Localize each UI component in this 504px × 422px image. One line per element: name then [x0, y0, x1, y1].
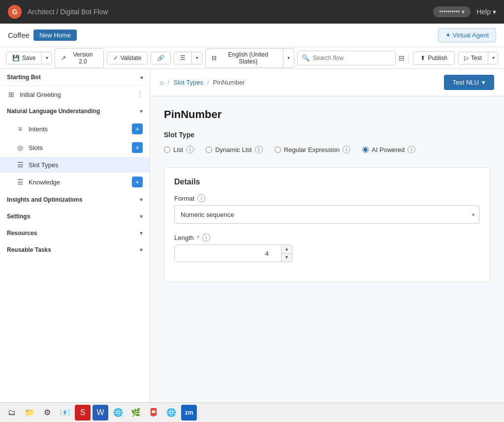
page-title: PinNumber — [164, 108, 490, 121]
reusable-tasks-section-header[interactable]: Reusable Tasks ▾ — [0, 241, 150, 258]
taskbar-icon-7[interactable]: 🌿 — [128, 405, 144, 421]
length-label: Length * i — [174, 234, 480, 241]
toolbar: 💾 Save ▾ ↗ Version 2.0 ✓ Validate 🔗 ☰ ▾ … — [0, 47, 504, 69]
breadcrumb-current: PinNumber — [213, 79, 245, 86]
radio-ai-powered-input[interactable] — [362, 147, 369, 153]
add-intents-button[interactable]: + — [132, 123, 143, 134]
ai-powered-info-icon[interactable]: i — [408, 146, 415, 153]
help-button[interactable]: Help ▾ — [476, 8, 496, 16]
radio-list-label: List — [173, 146, 183, 153]
taskbar-icon-10[interactable]: zm — [181, 405, 197, 421]
taskbar-icon-3[interactable]: 📧 — [57, 405, 73, 421]
radio-regex-input[interactable] — [275, 147, 281, 153]
taskbar-icon-2[interactable]: ⚙ — [39, 405, 55, 421]
save-arrow[interactable]: ▾ — [41, 52, 52, 64]
version-button[interactable]: ↗ Version 2.0 — [55, 48, 103, 68]
starting-bot-section: Starting Bot ◂ — [0, 69, 150, 86]
slots-label: Slots — [29, 144, 128, 151]
filter-button[interactable]: ⊟ — [399, 54, 405, 62]
settings-section-header[interactable]: Settings ▾ — [0, 208, 150, 225]
taskbar-icon-6[interactable]: 🌐 — [110, 405, 126, 421]
radio-list[interactable]: List i — [164, 146, 194, 153]
content-area: ⌂ / Slot Types / PinNumber Test NLU ▾ Pi… — [150, 69, 504, 402]
length-input[interactable] — [175, 245, 281, 262]
initial-greeting-item[interactable]: ⊞ Initial Greeting ⋮ — [0, 86, 150, 103]
radio-regex[interactable]: Regular Expression i — [275, 146, 350, 153]
reusable-tasks-title: Reusable Tasks — [7, 246, 140, 253]
test-nlu-arrow: ▾ — [482, 79, 485, 86]
user-badge[interactable]: •••••••••• ▾ — [433, 6, 471, 17]
app-logo: G — [8, 5, 22, 19]
increment-button[interactable]: ▲ — [282, 245, 292, 253]
publish-button[interactable]: ⬆ Publish — [413, 51, 454, 65]
nav-right: •••••••••• ▾ Help ▾ — [433, 6, 496, 17]
decrement-button[interactable]: ▼ — [282, 254, 292, 262]
slot-type-label: Slot Type — [164, 131, 490, 139]
knowledge-icon: ☰ — [16, 178, 25, 186]
insights-title: Insights and Optimizations — [7, 196, 140, 203]
test-arrow[interactable]: ▾ — [488, 52, 498, 64]
list-split-button[interactable]: ☰ ▾ — [174, 52, 202, 64]
taskbar-icon-1[interactable]: 📁 — [22, 405, 37, 421]
taskbar-icon-8[interactable]: 📮 — [146, 405, 161, 421]
nav-breadcrumb: Architect / Digital Bot Flow — [28, 8, 108, 16]
regex-info-icon[interactable]: i — [343, 146, 350, 153]
home-icon[interactable]: ⌂ — [160, 79, 164, 86]
validate-button[interactable]: ✓ Validate — [107, 52, 148, 64]
language-arrow[interactable]: ▾ — [283, 49, 294, 67]
nlu-title: Natural Language Understanding — [7, 108, 140, 115]
play-icon: ▷ — [464, 55, 469, 61]
greeting-icon: ⊞ — [7, 90, 16, 98]
sidebar-item-knowledge[interactable]: ☰ Knowledge + — [0, 173, 150, 191]
check-icon: ✓ — [113, 55, 118, 61]
search-box[interactable]: 🔍 — [297, 51, 396, 65]
breadcrumb: ⌂ / Slot Types / PinNumber — [160, 79, 245, 86]
top-nav: G Architect / Digital Bot Flow •••••••••… — [0, 0, 504, 24]
add-slots-button[interactable]: + — [132, 142, 143, 153]
taskbar-icon-0[interactable]: 🗂 — [4, 405, 20, 421]
virtual-agent-button[interactable]: ✦ Virtual Agent — [438, 28, 496, 42]
settings-title: Settings — [7, 213, 140, 220]
new-home-button[interactable]: New Home — [33, 30, 77, 41]
taskbar-icon-9[interactable]: 🌐 — [163, 405, 179, 421]
radio-dynamic-list[interactable]: Dynamic List i — [206, 146, 262, 153]
save-icon: 💾 — [12, 55, 20, 61]
taskbar-icon-5[interactable]: W — [93, 405, 108, 421]
radio-ai-powered[interactable]: AI Powered i — [362, 146, 415, 153]
main-layout: Starting Bot ◂ ⊞ Initial Greeting ⋮ Natu… — [0, 69, 504, 402]
list-button[interactable]: ☰ — [174, 52, 191, 64]
nlu-section-header[interactable]: Natural Language Understanding ▾ — [0, 103, 150, 120]
toolbar-divider — [409, 52, 409, 64]
test-button[interactable]: ▷ Test — [458, 52, 488, 64]
test-nlu-button[interactable]: Test NLU ▾ — [444, 75, 494, 90]
sidebar-item-slots[interactable]: ◎ Slots + — [0, 138, 150, 157]
save-button[interactable]: 💾 Save — [6, 52, 41, 64]
add-knowledge-button[interactable]: + — [132, 177, 143, 187]
link-icon: 🔗 — [157, 55, 164, 61]
format-select[interactable]: Numeric sequence Alphanumeric Custom — [174, 205, 479, 224]
link-button[interactable]: 🔗 — [151, 52, 171, 64]
radio-list-input[interactable] — [164, 147, 170, 153]
format-label: Format i — [174, 194, 480, 202]
slot-type-radio-group: List i Dynamic List i Regular Expression… — [164, 146, 490, 153]
length-info-icon[interactable]: i — [202, 234, 210, 241]
dynamic-list-info-icon[interactable]: i — [255, 146, 263, 153]
slot-type-section: Slot Type List i Dynamic List i Re — [164, 131, 490, 153]
breadcrumb-slot-types[interactable]: Slot Types — [173, 79, 203, 86]
list-info-icon[interactable]: i — [186, 146, 194, 153]
search-input[interactable] — [313, 55, 391, 61]
list-arrow[interactable]: ▾ — [191, 52, 202, 64]
save-split-button[interactable]: 💾 Save ▾ — [6, 52, 52, 64]
sidebar-item-intents[interactable]: ≡ Intents + — [0, 120, 150, 138]
taskbar-icon-4[interactable]: S — [75, 405, 91, 421]
starting-bot-collapse-icon[interactable]: ◂ — [140, 74, 143, 81]
language-button[interactable]: ⊟ English (United States) — [206, 49, 284, 67]
initial-greeting-menu-icon[interactable]: ⋮ — [137, 91, 143, 98]
format-info-icon[interactable]: i — [197, 194, 205, 202]
sidebar-item-slot-types[interactable]: ☰ Slot Types — [0, 157, 150, 173]
resources-section-header[interactable]: Resources ▾ — [0, 225, 150, 241]
language-split-button[interactable]: ⊟ English (United States) ▾ — [205, 48, 295, 68]
test-split-button[interactable]: ▷ Test ▾ — [458, 52, 498, 64]
radio-dynamic-list-input[interactable] — [206, 147, 212, 153]
insights-section-header[interactable]: Insights and Optimizations ▾ — [0, 191, 150, 208]
